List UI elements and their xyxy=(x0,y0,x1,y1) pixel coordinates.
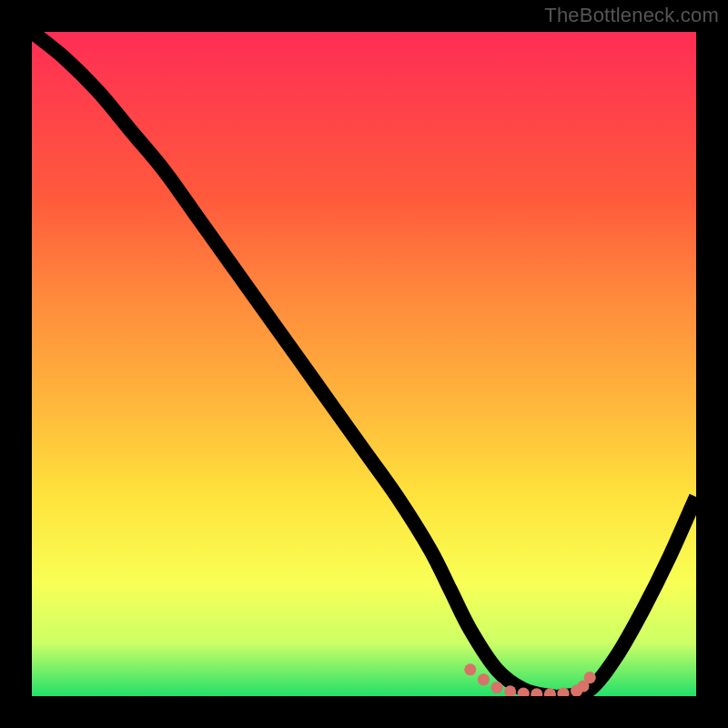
bottleneck-curve xyxy=(32,32,696,696)
valley-marker-dot xyxy=(464,663,476,675)
valley-marker-dot xyxy=(584,672,596,683)
curve-layer xyxy=(32,32,696,696)
valley-marker-dot xyxy=(490,682,502,693)
valley-marker-dot xyxy=(478,673,490,685)
chart-frame: TheBottleneck.com xyxy=(0,0,728,728)
plot-area xyxy=(32,32,696,696)
watermark-label: TheBottleneck.com xyxy=(544,4,719,27)
